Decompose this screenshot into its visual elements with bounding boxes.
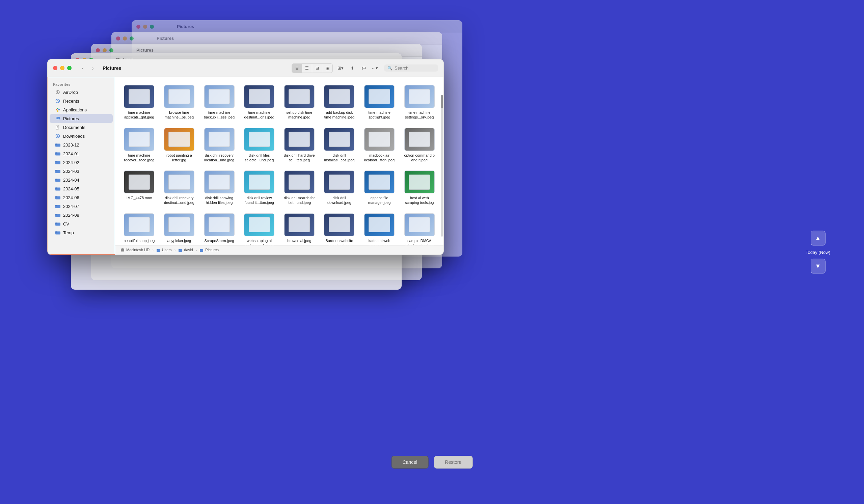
sidebar-item-cv[interactable]: CV [50,219,113,228]
svg-rect-5 [57,108,58,109]
file-item[interactable]: time machine recover...face.jpeg [120,125,158,165]
icon-view-button[interactable]: ⊞ [292,64,302,73]
file-item[interactable]: disk drill recovery location...und.jpeg [201,125,238,165]
sidebar-item-2024-07[interactable]: 2024-07 [50,202,113,211]
tag-button[interactable]: 🏷 [358,64,369,73]
svg-rect-15 [55,144,57,145]
scrollbar-track[interactable] [441,95,443,237]
file-item[interactable]: time machine spotlight.jpeg [361,82,398,122]
sidebar-item-documents[interactable]: Documents [50,123,113,132]
main-content: time machine applicati...ght.jpeg browse… [115,77,443,254]
file-item[interactable]: best ai web scraping tools.jpg [400,168,438,208]
file-name: time machine applicati...ght.jpeg [122,110,156,120]
file-item[interactable]: disk drill files selecte...und.jpeg [241,125,278,165]
file-item[interactable]: option command p and r.jpeg [400,125,438,165]
sidebar-item-2024-03[interactable]: 2024-03 [50,167,113,176]
sidebar-item-downloads[interactable]: Downloads [50,132,113,141]
scrollbar-thumb[interactable] [441,95,443,108]
file-item[interactable]: disk drill review found it...tton.jpeg [241,168,278,208]
file-item[interactable]: Bardeen website scraping.jpeg [321,211,358,245]
file-item[interactable]: beautiful soup.jpeg [120,211,158,245]
gallery-view-button[interactable]: ▣ [322,64,333,73]
sidebar-item-2024-06[interactable]: 2024-06 [50,193,113,202]
traffic-lights [53,66,72,70]
sidebar-item-temp[interactable]: Temp [50,228,113,237]
folder-icon [55,168,60,174]
tm-down-arrow[interactable]: ▼ [811,259,826,274]
file-name: qspace file manager.jpeg [362,195,396,205]
sidebar-item-2024-05[interactable]: 2024-05 [50,184,113,193]
file-name: disk drill hard drive sel...ted.jpeg [283,153,316,163]
file-name: webscraping ai code ex...ple.jpeg [242,238,276,245]
cancel-button[interactable]: Cancel [392,456,429,469]
documents-icon [55,124,60,130]
finder-titlebar: ‹ › Pictures ⊞ ☰ ⊟ ▣ ⊞▾ ⬆ 🏷 ···▾ 🔍 [48,59,443,77]
file-item[interactable]: kadoa ai web scraper.jpeg [361,211,398,245]
sidebar-item-applications[interactable]: Applications [50,105,113,114]
file-item[interactable]: ScrapeStorm.jpeg [201,211,238,245]
folder-label: Temp [63,230,74,235]
file-item[interactable]: add backup disk time machine.jpeg [321,82,358,122]
sidebar-item-2023-12[interactable]: 2023-12 [50,141,113,149]
breadcrumb-sep-1: › [152,248,154,252]
svg-rect-29 [55,205,57,207]
back-button[interactable]: ‹ [78,64,87,72]
file-item[interactable]: time machine settings...ory.jpeg [400,82,438,122]
list-view-button[interactable]: ☰ [302,64,312,73]
file-item[interactable]: browse ai.jpeg [281,211,318,245]
file-item[interactable]: time machine applicati...ght.jpeg [120,82,158,122]
svg-rect-12 [57,128,58,128]
tm-up-arrow[interactable]: ▲ [811,230,826,245]
column-view-button[interactable]: ⊟ [312,64,322,73]
view-switcher: ⊞ ☰ ⊟ ▣ [291,63,333,73]
file-thumbnail [324,85,355,108]
file-item[interactable]: anypicker.jpeg [161,211,198,245]
sidebar-item-pictures[interactable]: Pictures [50,114,113,123]
file-name: disk drill search for lost...und.jpeg [283,195,316,205]
file-item[interactable]: time machine backup i...ess.jpeg [201,82,238,122]
folder-icon [55,177,60,183]
bottom-bar: Cancel Restore [392,456,473,469]
file-item[interactable]: time machine destinat...ons.jpeg [241,82,278,122]
breadcrumb-sep-2: › [175,248,176,252]
minimize-button[interactable] [60,66,64,70]
sidebar-item-recents[interactable]: Recents [50,97,113,105]
file-item[interactable]: set up disk time machine.jpeg [281,82,318,122]
file-item[interactable]: macbook air keyboar...tton.jpeg [361,125,398,165]
sidebar-item-2024-08[interactable]: 2024-08 [50,211,113,219]
sidebar-item-2024-04[interactable]: 2024-04 [50,176,113,184]
share-button[interactable]: ⬆ [347,64,357,73]
fullscreen-button[interactable] [67,66,72,70]
svg-rect-25 [55,188,57,189]
file-item[interactable]: qspace file manager.jpeg [361,168,398,208]
file-item[interactable]: robot painting a letter.jpg [161,125,198,165]
file-item[interactable]: disk drill installati...cos.jpeg [321,125,358,165]
file-thumbnail [124,85,154,108]
file-item[interactable]: IMG_4478.mov [120,168,158,208]
statusbar: Macintosh HD › Users › david › Pictures [115,245,443,254]
file-item[interactable]: disk drill showing hidden files.jpeg [201,168,238,208]
more-button[interactable]: ···▾ [370,64,380,73]
file-item[interactable]: disk drill search for lost...und.jpeg [281,168,318,208]
svg-rect-3 [56,109,57,110]
tm-time-label: Today (Now) [806,250,830,254]
file-item[interactable]: disk drill download.jpeg [321,168,358,208]
file-name: disk drill review found it...tton.jpeg [242,195,276,205]
forward-button[interactable]: › [88,64,97,72]
svg-rect-19 [55,161,57,163]
file-item[interactable]: disk drill hard drive sel...ted.jpeg [281,125,318,165]
search-box[interactable]: 🔍 [384,64,438,72]
file-item[interactable]: disk drill recovery destinat...und.jpeg [161,168,198,208]
restore-button[interactable]: Restore [434,456,472,469]
sidebar-item-airdrop[interactable]: AirDrop [50,88,113,97]
close-button[interactable] [53,66,57,70]
search-input[interactable] [395,65,435,71]
file-item[interactable]: webscraping ai code ex...ple.jpeg [241,211,278,245]
sidebar-item-2024-02[interactable]: 2024-02 [50,158,113,167]
file-item[interactable]: browse time machine...ps.jpeg [161,82,198,122]
file-item[interactable]: sample DMCA takedow...ice.jpeg [400,211,438,245]
sidebar-item-2024-01[interactable]: 2024-01 [50,149,113,158]
action-button[interactable]: ⊞▾ [335,64,346,73]
file-thumbnail [284,170,314,193]
breadcrumb-macintosh: Macintosh HD [120,248,149,252]
